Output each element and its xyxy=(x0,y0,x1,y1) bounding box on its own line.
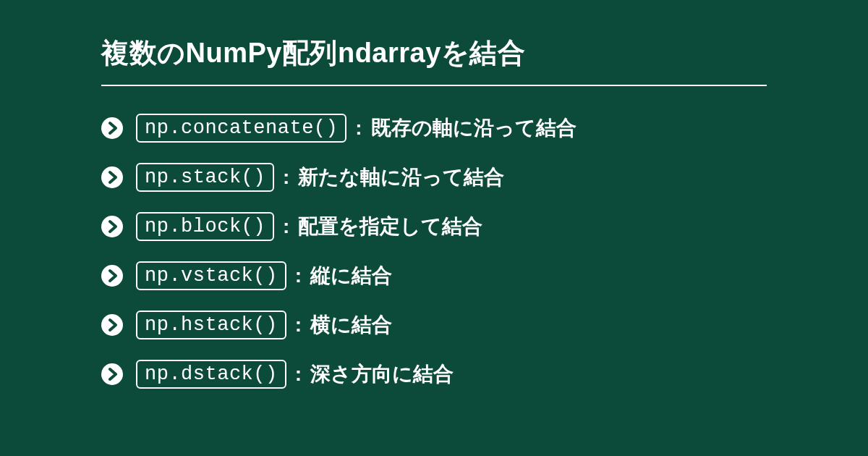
svg-point-4 xyxy=(101,314,123,336)
svg-point-1 xyxy=(101,166,123,188)
description: 横に結合 xyxy=(310,311,392,339)
list-item: np.concatenate() : 既存の軸に沿って結合 xyxy=(101,114,767,143)
separator: : xyxy=(355,117,362,140)
chevron-right-circle-icon xyxy=(101,166,123,188)
function-list: np.concatenate() : 既存の軸に沿って結合 np.stack()… xyxy=(101,114,767,389)
code-label: np.vstack() xyxy=(136,261,286,290)
chevron-right-circle-icon xyxy=(101,117,123,139)
svg-point-5 xyxy=(101,363,123,385)
code-label: np.concatenate() xyxy=(136,114,346,143)
chevron-right-circle-icon xyxy=(101,363,123,385)
description: 新たな軸に沿って結合 xyxy=(298,164,504,191)
description: 深さ方向に結合 xyxy=(310,360,454,388)
svg-point-2 xyxy=(101,216,123,237)
svg-point-3 xyxy=(101,265,123,287)
code-label: np.dstack() xyxy=(136,360,286,389)
code-label: np.hstack() xyxy=(136,311,286,339)
description: 既存の軸に沿って結合 xyxy=(371,114,576,142)
separator: : xyxy=(295,313,302,337)
separator: : xyxy=(295,264,302,287)
code-label: np.stack() xyxy=(136,163,274,192)
list-item: np.hstack() : 横に結合 xyxy=(101,311,767,339)
chevron-right-circle-icon xyxy=(101,216,123,237)
chevron-right-circle-icon xyxy=(101,265,123,287)
separator: : xyxy=(283,166,289,189)
list-item: np.dstack() : 深さ方向に結合 xyxy=(101,360,767,389)
page-title: 複数のNumPy配列ndarrayを結合 xyxy=(101,35,767,86)
chevron-right-circle-icon xyxy=(101,314,123,336)
description: 配置を指定して結合 xyxy=(298,213,482,240)
description: 縦に結合 xyxy=(310,262,392,290)
list-item: np.vstack() : 縦に結合 xyxy=(101,261,767,290)
separator: : xyxy=(283,215,289,238)
separator: : xyxy=(295,363,302,386)
list-item: np.block() : 配置を指定して結合 xyxy=(101,212,767,241)
code-label: np.block() xyxy=(136,212,274,241)
svg-point-0 xyxy=(101,117,123,139)
list-item: np.stack() : 新たな軸に沿って結合 xyxy=(101,163,767,192)
